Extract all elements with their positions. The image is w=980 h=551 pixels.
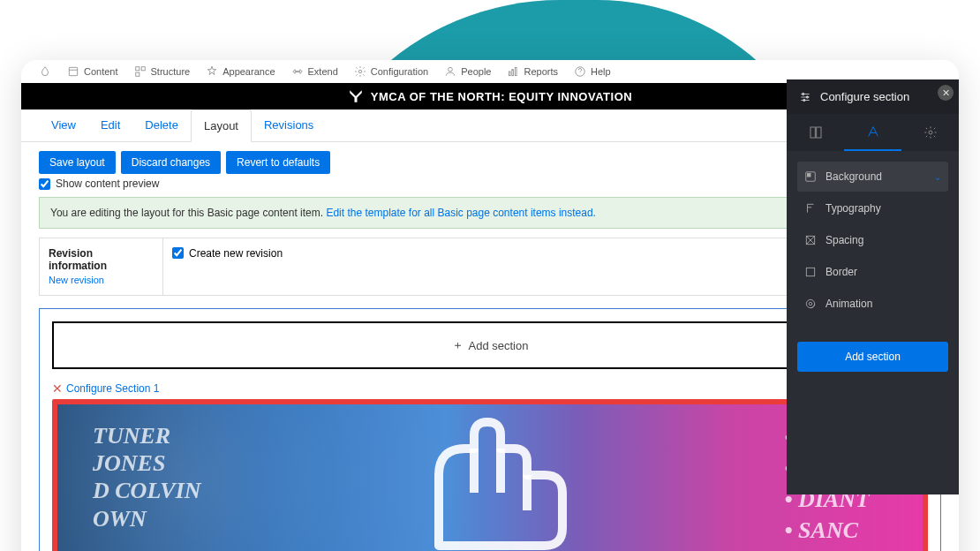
show-preview-checkbox[interactable] [39,178,50,190]
svg-point-5 [358,70,362,73]
toolbar-content[interactable]: Content [67,65,118,78]
chevron-down-icon: ⌄ [934,172,941,182]
panel-header: Configure section [787,79,959,114]
toolbar-configuration[interactable]: Configuration [354,65,428,78]
toolbar-structure[interactable]: Structure [134,65,191,78]
panel-add-section-button[interactable]: Add section [797,342,948,372]
panel-tab-styles[interactable] [844,114,901,151]
svg-rect-3 [141,67,145,71]
create-revision-label: Create new revision [189,247,283,260]
revision-tab[interactable]: Revision information New revision [40,238,163,295]
svg-point-29 [809,302,812,306]
svg-point-22 [929,131,932,134]
toolbar-help[interactable]: Help [574,65,611,78]
panel-title: Configure section [820,90,909,103]
toolbar-people[interactable]: People [444,65,491,78]
typography-icon [804,202,817,215]
prop-spacing[interactable]: Spacing [797,225,948,255]
panel-tabs [787,114,959,151]
prop-background-label: Background [825,170,882,183]
tab-view[interactable]: View [39,109,88,141]
svg-point-6 [449,67,453,72]
notice-text: You are editing the layout for this Basi… [50,207,326,219]
svg-rect-4 [135,72,139,76]
add-section-label: Add section [469,339,529,352]
hero-names-left: TUNER JONES D COLVIN OWN [93,422,201,532]
svg-rect-28 [806,268,814,276]
prop-typography[interactable]: Typography [797,193,948,223]
tab-edit[interactable]: Edit [88,109,132,141]
site-title: YMCA OF THE NORTH: EQUITY INNOVATION [371,90,632,103]
revision-heading: Revision information [49,247,154,272]
svg-rect-20 [810,127,815,138]
svg-rect-21 [816,127,820,138]
prop-animation[interactable]: Animation [797,289,948,319]
svg-rect-7 [509,72,511,76]
prop-typography-label: Typography [825,202,881,215]
panel-tab-settings[interactable] [901,114,959,151]
svg-point-17 [803,93,804,94]
background-icon [804,170,817,183]
configure-panel: ✕ Configure section Background ⌄ Typogra… [787,79,959,494]
prop-border[interactable]: Border [797,257,948,287]
svg-point-18 [806,95,808,97]
spacing-icon [804,234,817,246]
configure-section-label: Configure Section 1 [66,382,159,395]
svg-rect-9 [516,67,517,75]
save-layout-button[interactable]: Save layout [39,151,116,174]
sliders-icon [799,91,811,103]
revert-defaults-button[interactable]: Revert to defaults [226,151,330,174]
svg-rect-2 [135,67,139,71]
prop-border-label: Border [825,266,857,278]
prop-background[interactable]: Background ⌄ [797,162,948,192]
toolbar-reports[interactable]: Reports [507,65,558,78]
prop-spacing-label: Spacing [825,234,863,246]
border-icon [804,266,817,278]
toolbar-extend[interactable]: Extend [291,65,338,78]
create-revision-checkbox[interactable] [172,247,184,259]
remove-section-icon[interactable]: ✕ [52,381,63,396]
hero-fist-graphic [386,413,633,551]
tab-layout[interactable]: Layout [191,109,252,142]
ymca-logo-icon [348,88,364,104]
revision-link[interactable]: New revision [49,275,104,285]
panel-body: Background ⌄ Typography Spacing Border A… [787,151,959,331]
show-preview-label: Show content preview [56,177,159,190]
panel-tab-layout[interactable] [787,114,844,151]
discard-changes-button[interactable]: Discard changes [121,151,221,174]
panel-close-icon[interactable]: ✕ [938,85,954,101]
prop-animation-label: Animation [825,298,872,310]
notice-link[interactable]: Edit the template for all Basic page con… [326,207,596,219]
svg-rect-24 [808,174,811,177]
svg-point-19 [803,99,805,101]
toolbar-appearance[interactable]: Appearance [206,65,275,78]
drupal-icon[interactable] [39,65,51,78]
animation-icon [804,298,817,310]
tab-delete[interactable]: Delete [132,109,191,141]
svg-rect-8 [512,70,514,76]
svg-rect-0 [69,67,77,75]
plus-icon: ＋ [452,337,464,353]
tab-revisions[interactable]: Revisions [252,109,326,141]
